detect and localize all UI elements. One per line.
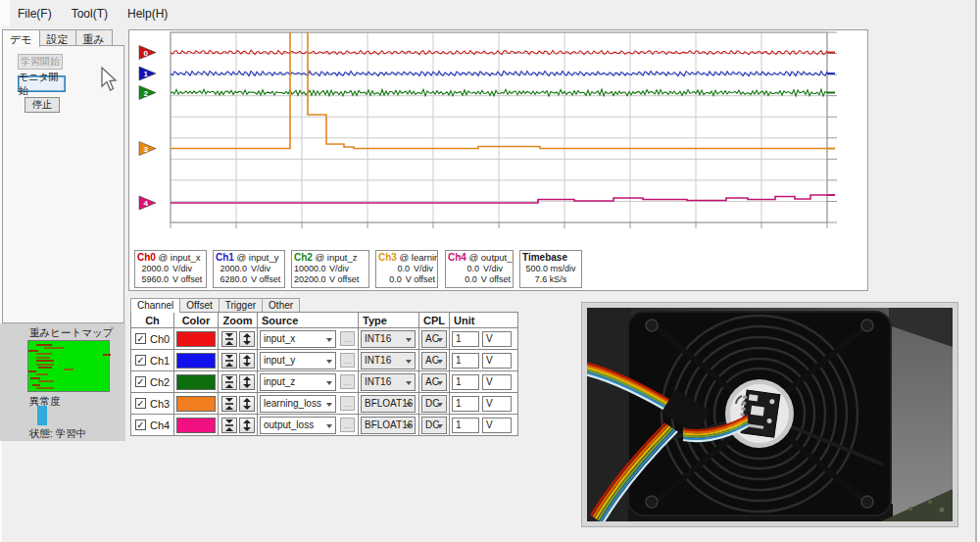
zoom-compress-button[interactable]	[221, 418, 237, 433]
zoom-buttons	[220, 418, 255, 433]
channel-marker-2[interactable]: 2	[139, 86, 156, 100]
tab-trigger[interactable]: Trigger	[219, 298, 263, 312]
channel-marker-1[interactable]: 1	[139, 67, 156, 80]
cpl-dropdown[interactable]: AC	[421, 330, 447, 348]
channel-row-3: ✓Ch3learning_loss...BFLOAT16DC1V	[131, 393, 518, 415]
monitor-start-button[interactable]: モニタ開始	[18, 75, 66, 92]
source-cell: input_z...	[260, 373, 356, 391]
tab-demo[interactable]: デモ	[2, 29, 40, 47]
channel-info-box-4: Ch4 @ output_loss0.0V/div0.0V offset	[445, 250, 514, 288]
mouse-cursor	[101, 67, 119, 93]
source-more-button[interactable]: ...	[340, 353, 355, 368]
zoom-compress-button[interactable]	[221, 396, 237, 412]
channel-info-title: Ch4 @ output_loss	[448, 252, 511, 263]
menu-help[interactable]: Help(H)	[120, 3, 175, 25]
unit-suffix-box[interactable]: V	[482, 396, 512, 412]
cpl-dropdown[interactable]: AC	[421, 373, 447, 391]
source-more-button[interactable]: ...	[340, 396, 355, 411]
scope-grid	[171, 32, 837, 228]
source-dropdown[interactable]: learning_loss	[260, 395, 336, 413]
zoom-buttons	[220, 396, 255, 412]
channel-color-swatch[interactable]	[176, 331, 216, 347]
source-dropdown[interactable]: input_y	[260, 352, 336, 370]
source-more-button[interactable]: ...	[340, 331, 355, 346]
zoom-compress-button[interactable]	[221, 374, 237, 390]
zoom-compress-button[interactable]	[221, 331, 237, 347]
col-unit: Unit	[450, 313, 518, 328]
channel-color-swatch[interactable]	[176, 418, 216, 433]
cpl-dropdown[interactable]: AC	[421, 352, 447, 370]
menu-file[interactable]: File(F)	[10, 3, 60, 25]
type-dropdown[interactable]: INT16	[361, 352, 416, 370]
zoom-expand-button[interactable]	[239, 331, 255, 347]
channel-settings-table: Ch Color Zoom Source Type CPL Unit ✓Ch0i…	[130, 312, 518, 436]
type-dropdown[interactable]: INT16	[361, 330, 416, 348]
channel-checkbox[interactable]: ✓	[135, 376, 146, 387]
unit-value-input[interactable]: 1	[452, 353, 479, 369]
learn-start-button[interactable]: 学習開始	[18, 54, 63, 70]
channel-checkbox[interactable]: ✓	[135, 333, 146, 344]
channel-checkbox[interactable]: ✓	[135, 419, 146, 430]
source-more-button[interactable]: ...	[340, 374, 355, 389]
unit-cell: 1V	[452, 374, 515, 390]
svg-text:1: 1	[144, 70, 149, 78]
zoom-expand-button[interactable]	[239, 353, 255, 369]
chevron-down-icon	[406, 381, 412, 385]
unit-value-input[interactable]: 1	[452, 396, 479, 412]
col-type: Type	[359, 313, 419, 328]
stop-button[interactable]: 停止	[24, 97, 60, 113]
tab-channel[interactable]: Channel	[130, 298, 180, 313]
unit-value-input[interactable]: 1	[452, 418, 479, 433]
type-dropdown[interactable]: BFLOAT16	[361, 395, 416, 413]
zoom-buttons	[220, 353, 255, 369]
anomaly-bar	[37, 406, 47, 425]
type-dropdown[interactable]: INT16	[361, 373, 416, 391]
fan-photo-image	[587, 308, 953, 521]
tab-offset[interactable]: Offset	[179, 298, 220, 312]
channel-row-0: ✓Ch0input_x...INT16AC1V	[131, 328, 518, 350]
channel-checkbox[interactable]: ✓	[135, 398, 146, 409]
cpl-dropdown[interactable]: DC	[421, 395, 447, 413]
channel-color-swatch[interactable]	[176, 396, 216, 412]
channel-color-swatch[interactable]	[176, 374, 216, 390]
tab-weights[interactable]: 重み	[75, 29, 113, 46]
type-dropdown[interactable]: BFLOAT16	[361, 417, 416, 434]
timebase-box: Timebase 500.0 ms/div 7.6 kS/s	[519, 250, 582, 288]
source-cell: input_y...	[260, 352, 356, 370]
chevron-down-icon	[326, 381, 332, 385]
heatmap-mark	[36, 353, 52, 355]
zoom-expand-button[interactable]	[239, 396, 255, 412]
channel-info-box-2: Ch2 @ input_z10000.0V/div20200.0V offset	[291, 250, 369, 288]
source-dropdown[interactable]: input_x	[260, 330, 336, 348]
channel-marker-4[interactable]: 4	[139, 196, 156, 210]
unit-suffix-box[interactable]: V	[482, 353, 512, 369]
tab-other[interactable]: Other	[262, 298, 300, 312]
timebase-label: Timebase	[522, 252, 567, 263]
menu-tool[interactable]: Tool(T)	[64, 3, 116, 25]
unit-value-input[interactable]: 1	[452, 331, 479, 347]
vdiv-value: 2000.0	[137, 264, 172, 273]
source-dropdown[interactable]: input_z	[260, 373, 336, 391]
source-dropdown[interactable]: output_loss	[260, 417, 336, 434]
channel-marker-0[interactable]: 0	[139, 46, 156, 60]
zoom-compress-button[interactable]	[221, 353, 237, 369]
unit-suffix-box[interactable]: V	[482, 331, 512, 347]
timebase-samplerate: 7.6 kS/s	[522, 274, 579, 284]
channel-name-label: Ch1	[150, 355, 170, 367]
unit-suffix-box[interactable]: V	[482, 418, 512, 433]
source-more-button[interactable]: ...	[340, 418, 355, 432]
channel-enable-cell: ✓Ch3	[133, 398, 172, 410]
zoom-expand-button[interactable]	[239, 418, 255, 433]
channel-row-2: ✓Ch2input_z...INT16AC1V	[131, 371, 518, 393]
tab-settings[interactable]: 設定	[39, 29, 76, 46]
channel-checkbox[interactable]: ✓	[135, 355, 146, 366]
unit-suffix-box[interactable]: V	[482, 374, 512, 390]
heatmap-mark	[28, 350, 38, 352]
unit-value-input[interactable]: 1	[452, 374, 479, 390]
cpl-dropdown[interactable]: DC	[421, 417, 447, 434]
heatmap-mark	[36, 373, 48, 375]
channel-color-swatch[interactable]	[176, 353, 216, 369]
zoom-expand-button[interactable]	[239, 374, 255, 390]
channel-marker-3[interactable]: 3	[139, 142, 156, 156]
trace-input_z	[171, 89, 835, 96]
